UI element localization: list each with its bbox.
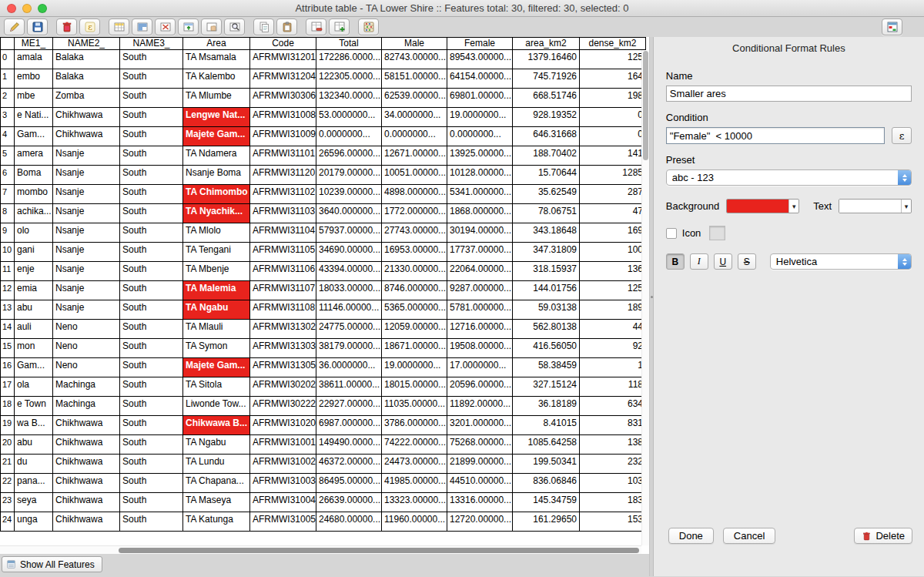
cell-female[interactable]: 12716.00000...	[447, 320, 513, 339]
cell-area[interactable]: TA Malemia	[183, 281, 250, 300]
cell-name2[interactable]: Machinga	[53, 397, 120, 416]
cell-name2[interactable]: Nsanje	[53, 204, 120, 223]
cell-name1[interactable]: du	[15, 455, 53, 474]
cell-area_km2[interactable]: 745.71926	[513, 69, 580, 89]
cell-female[interactable]: 17737.00000...	[447, 243, 513, 262]
cell-area_km2[interactable]: 836.06846	[513, 474, 580, 493]
cell-area_km2[interactable]: 318.15937	[513, 262, 580, 281]
cell-female[interactable]: 21899.00000...	[447, 455, 513, 474]
cell-code[interactable]: AFRMWI31201	[250, 50, 316, 69]
cell-total[interactable]: 26596.00000...	[316, 146, 382, 166]
cell-area[interactable]: TA Mlumbe	[183, 89, 250, 108]
cell-area[interactable]: Majete Gam...	[183, 127, 250, 146]
cell-name2[interactable]: Balaka	[53, 50, 120, 69]
cell-code[interactable]: AFRMWI31009	[250, 127, 316, 146]
cell-dense_km2[interactable]: 103	[580, 474, 646, 493]
cell-dense_km2[interactable]: 0	[580, 127, 646, 146]
cell-male[interactable]: 11035.00000...	[382, 397, 447, 416]
cell-name2[interactable]: Nsanje	[53, 223, 120, 243]
cell-male[interactable]: 10051.00000...	[382, 166, 447, 185]
row-number[interactable]: 20	[1, 435, 15, 455]
cell-area[interactable]: TA Ngabu	[183, 435, 250, 455]
row-number[interactable]: 10	[1, 243, 15, 262]
cell-dense_km2[interactable]: 169	[580, 223, 646, 243]
icon-checkbox[interactable]	[666, 228, 677, 239]
row-number[interactable]: 23	[1, 493, 15, 512]
cell-name1[interactable]: enje	[15, 262, 53, 281]
cell-total[interactable]: 0.0000000...	[316, 127, 382, 146]
row-number[interactable]: 24	[1, 512, 15, 532]
cell-total[interactable]: 26639.00000...	[316, 493, 382, 512]
cell-male[interactable]: 8746.000000...	[382, 281, 447, 300]
cell-area[interactable]: Lengwe Nat...	[183, 108, 250, 127]
cell-total[interactable]: 24775.00000...	[316, 320, 382, 339]
delete-field-button[interactable]	[306, 18, 326, 35]
cell-female[interactable]: 17.0000000...	[447, 358, 513, 377]
save-edits-button[interactable]	[27, 18, 48, 35]
cell-code[interactable]: AFRMWI31107	[250, 281, 316, 300]
cell-name3[interactable]: South	[120, 397, 183, 416]
column-header-area[interactable]: Area	[183, 38, 250, 50]
cell-name3[interactable]: South	[120, 320, 183, 339]
cell-male[interactable]: 3786.000000...	[382, 416, 447, 435]
cell-name2[interactable]: Chikhwawa	[53, 127, 120, 146]
cell-name1[interactable]: mbe	[15, 89, 53, 108]
row-number[interactable]: 15	[1, 339, 15, 358]
row-number[interactable]: 12	[1, 281, 15, 300]
close-button[interactable]	[7, 4, 16, 13]
cell-male[interactable]: 11960.00000...	[382, 512, 447, 532]
cell-code[interactable]: AFRMWI31005	[250, 512, 316, 532]
cell-code[interactable]: AFRMWI31104	[250, 223, 316, 243]
cell-name2[interactable]: Nsanje	[53, 185, 120, 204]
cell-name3[interactable]: South	[120, 223, 183, 243]
row-number[interactable]: 19	[1, 416, 15, 435]
cell-dense_km2[interactable]: 100	[580, 243, 646, 262]
cell-female[interactable]: 0.0000000...	[447, 127, 513, 146]
maximize-button[interactable]	[38, 4, 47, 13]
cell-code[interactable]: AFRMWI31302	[250, 320, 316, 339]
cell-area[interactable]: Nsanje Boma	[183, 166, 250, 185]
cell-dense_km2[interactable]: 92	[580, 339, 646, 358]
row-number[interactable]: 0	[1, 50, 15, 69]
cell-total[interactable]: 38611.00000...	[316, 377, 382, 397]
cell-name1[interactable]: olo	[15, 223, 53, 243]
row-number[interactable]: 8	[1, 204, 15, 223]
cell-name3[interactable]: South	[120, 455, 183, 474]
delete-button[interactable]: Delete	[854, 528, 912, 544]
cell-name2[interactable]: Chikhwawa	[53, 455, 120, 474]
cell-area_km2[interactable]: 35.62549	[513, 185, 580, 204]
cell-code[interactable]: AFRMWI31020	[250, 416, 316, 435]
cell-name1[interactable]: Gam...	[15, 358, 53, 377]
select-all-button[interactable]	[109, 18, 129, 35]
cell-total[interactable]: 3640.000000...	[316, 204, 382, 223]
done-button[interactable]: Done	[668, 528, 714, 544]
cell-name3[interactable]: South	[120, 281, 183, 300]
feature-filter-button[interactable]: Show All Features	[2, 556, 102, 572]
cell-name3[interactable]: South	[120, 243, 183, 262]
cell-male[interactable]: 19.0000000...	[382, 358, 447, 377]
cell-total[interactable]: 34690.00000...	[316, 243, 382, 262]
cell-area_km2[interactable]: 928.19352	[513, 108, 580, 127]
toggle-editing-button[interactable]	[4, 18, 25, 35]
row-number[interactable]: 3	[1, 108, 15, 127]
cell-area[interactable]: TA Ndamera	[183, 146, 250, 166]
zoom-to-selection-button[interactable]	[224, 18, 245, 35]
cell-area_km2[interactable]: 668.51746	[513, 89, 580, 108]
row-number[interactable]: 18	[1, 397, 15, 416]
cell-total[interactable]: 6987.000000...	[316, 416, 382, 435]
cell-male[interactable]: 4898.000000...	[382, 185, 447, 204]
font-dropdown[interactable]: Helvetica	[770, 253, 912, 270]
column-header-male[interactable]: Male	[382, 38, 447, 50]
select-features-by-expression-button[interactable]: ε	[79, 18, 100, 35]
cell-code[interactable]: AFRMWI30306	[250, 89, 316, 108]
cell-dense_km2[interactable]: 831	[580, 416, 646, 435]
cell-name3[interactable]: South	[120, 493, 183, 512]
cell-name3[interactable]: South	[120, 127, 183, 146]
row-number[interactable]: 17	[1, 377, 15, 397]
cell-area[interactable]: TA Kalembo	[183, 69, 250, 89]
move-selection-to-top-button[interactable]	[178, 18, 199, 35]
cell-area_km2[interactable]: 36.18189	[513, 397, 580, 416]
text-color-button[interactable]: ▾	[839, 199, 912, 213]
cell-male[interactable]: 12059.00000...	[382, 320, 447, 339]
cell-code[interactable]: AFRMWI31204	[250, 69, 316, 89]
